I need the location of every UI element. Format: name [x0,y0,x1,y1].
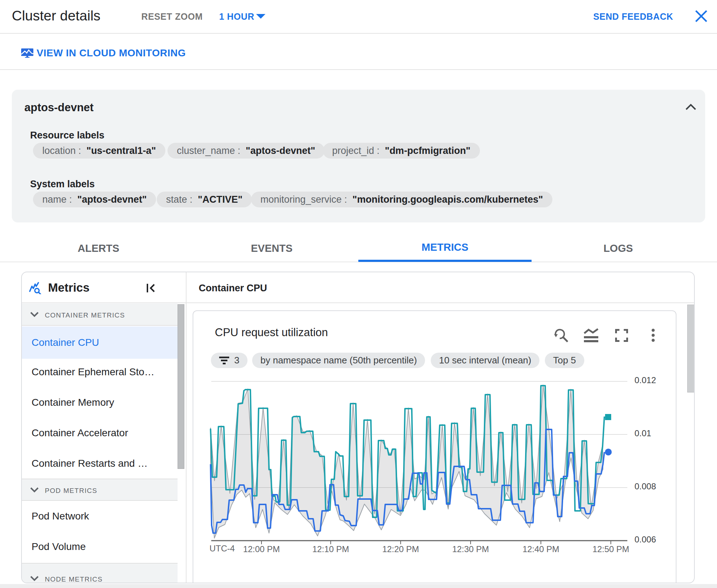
svg-text:0.008: 0.008 [635,481,656,491]
svg-text:12:10 PM: 12:10 PM [312,544,349,554]
svg-text:0.006: 0.006 [635,535,656,544]
svg-text:0.012: 0.012 [635,377,656,385]
svg-text:12:40 PM: 12:40 PM [523,544,560,554]
svg-text:0.01: 0.01 [635,428,651,438]
svg-text:12:00 PM: 12:00 PM [243,544,280,554]
svg-text:12:20 PM: 12:20 PM [382,544,419,554]
svg-text:12:50 PM: 12:50 PM [593,544,629,554]
svg-text:12:30 PM: 12:30 PM [452,544,489,554]
svg-text:UTC-4: UTC-4 [209,544,235,553]
